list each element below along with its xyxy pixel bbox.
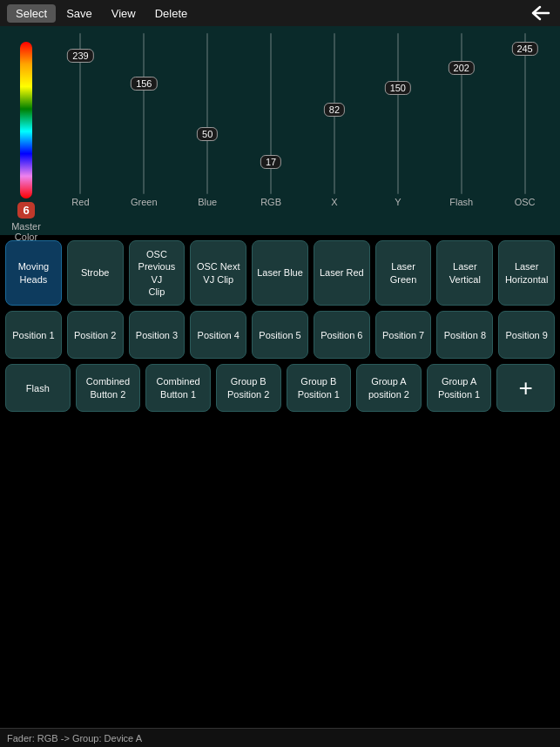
btn-position-8[interactable]: Position 8 [436, 311, 493, 359]
fader-line-osc [524, 33, 526, 194]
fader-label-blue: Blue [198, 197, 217, 207]
menu-select[interactable]: Select [7, 4, 56, 23]
fader-label-green: Green [131, 197, 158, 207]
fader-knob-red[interactable]: 239 [67, 49, 93, 63]
btn-flash[interactable]: Flash [5, 364, 71, 412]
status-text: Fader: RGB -> Group: Device A [7, 733, 142, 744]
btn-laser-vertical[interactable]: Laser Vertical [436, 240, 493, 306]
master-value: 6 [17, 202, 34, 219]
fader-label-x: X [331, 197, 337, 207]
fader-red[interactable]: 239 Red [49, 33, 112, 207]
btn-position-4[interactable]: Position 4 [190, 311, 246, 359]
btn-combined-1[interactable]: Combined Button 1 [145, 364, 211, 412]
add-button[interactable]: + [496, 364, 555, 412]
fader-line-rgb [270, 33, 272, 194]
btn-group-a-pos-1[interactable]: Group A Position 1 [427, 364, 492, 412]
fader-flash[interactable]: 202 Flash [429, 33, 493, 207]
fader-y[interactable]: 150 Y [366, 33, 429, 207]
btn-laser-horizontal[interactable]: Laser Horizontal [498, 240, 555, 306]
fader-knob-x[interactable]: 82 [324, 103, 345, 117]
fader-knob-blue[interactable]: 50 [197, 127, 218, 141]
btn-moving-heads[interactable]: Moving Heads [5, 240, 62, 306]
btn-laser-red[interactable]: Laser Red [314, 240, 370, 306]
btn-osc-next[interactable]: OSC Next VJ Clip [190, 240, 246, 306]
status-bar: Fader: RGB -> Group: Device A [0, 728, 560, 747]
master-label: Master Color [11, 221, 41, 242]
fader-label-red: Red [71, 197, 89, 207]
btn-position-2[interactable]: Position 2 [67, 311, 124, 359]
menu-save[interactable]: Save [57, 4, 101, 23]
fader-label-rgb: RGB [260, 197, 281, 207]
button-row-3: Flash Combined Button 2 Combined Button … [5, 364, 555, 412]
fader-knob-rgb[interactable]: 17 [260, 155, 281, 169]
fader-label-y: Y [395, 197, 401, 207]
button-grid: Moving Heads Strobe OSC Previous VJ Clip… [0, 235, 560, 417]
menu-delete[interactable]: Delete [146, 4, 197, 23]
btn-laser-blue[interactable]: Laser Blue [252, 240, 308, 306]
btn-group-a-pos-2[interactable]: Group A position 2 [356, 364, 422, 412]
fader-line-blue [206, 33, 208, 194]
fader-osc[interactable]: 245 OSC [493, 33, 557, 207]
fader-label-osc: OSC [515, 197, 536, 207]
fader-line-green [143, 33, 145, 194]
faders-section: 6 Master Color 239 Red 156 Green 50 [3, 33, 557, 235]
fader-line-y [397, 33, 399, 194]
btn-position-5[interactable]: Position 5 [252, 311, 308, 359]
fader-x[interactable]: 82 X [303, 33, 367, 207]
btn-position-7[interactable]: Position 7 [375, 311, 432, 359]
btn-group-b-pos-2[interactable]: Group B Position 2 [216, 364, 281, 412]
btn-position-6[interactable]: Position 6 [314, 311, 370, 359]
color-track [20, 42, 32, 199]
fader-area: 6 Master Color 239 Red 156 Green 50 [0, 26, 560, 235]
menu-view[interactable]: View [103, 4, 145, 23]
btn-group-b-pos-1[interactable]: Group B Position 1 [287, 364, 352, 412]
fader-knob-y[interactable]: 150 [385, 81, 411, 95]
fader-knob-osc[interactable]: 245 [511, 42, 537, 56]
btn-strobe[interactable]: Strobe [67, 240, 124, 306]
fader-knob-green[interactable]: 156 [131, 77, 157, 91]
btn-position-3[interactable]: Position 3 [129, 311, 186, 359]
button-row-1: Moving Heads Strobe OSC Previous VJ Clip… [5, 240, 555, 306]
fader-rgb[interactable]: 17 RGB [240, 33, 303, 207]
master-color-fader[interactable]: 6 Master Color [3, 33, 49, 242]
back-button[interactable] [530, 3, 551, 23]
fader-knob-flash[interactable]: 202 [449, 61, 475, 75]
fader-green[interactable]: 156 Green [112, 33, 176, 207]
button-row-2: Position 1 Position 2 Position 3 Positio… [5, 311, 555, 359]
fader-blue[interactable]: 50 Blue [176, 33, 240, 207]
fader-label-flash: Flash [449, 197, 473, 207]
btn-osc-prev[interactable]: OSC Previous VJ Clip [129, 240, 186, 306]
fader-line-flash [461, 33, 462, 194]
btn-laser-green[interactable]: Laser Green [375, 240, 432, 306]
btn-position-9[interactable]: Position 9 [498, 311, 555, 359]
btn-combined-2[interactable]: Combined Button 2 [76, 364, 141, 412]
btn-position-1[interactable]: Position 1 [5, 311, 62, 359]
menu-bar: Select Save View Delete [0, 0, 560, 26]
